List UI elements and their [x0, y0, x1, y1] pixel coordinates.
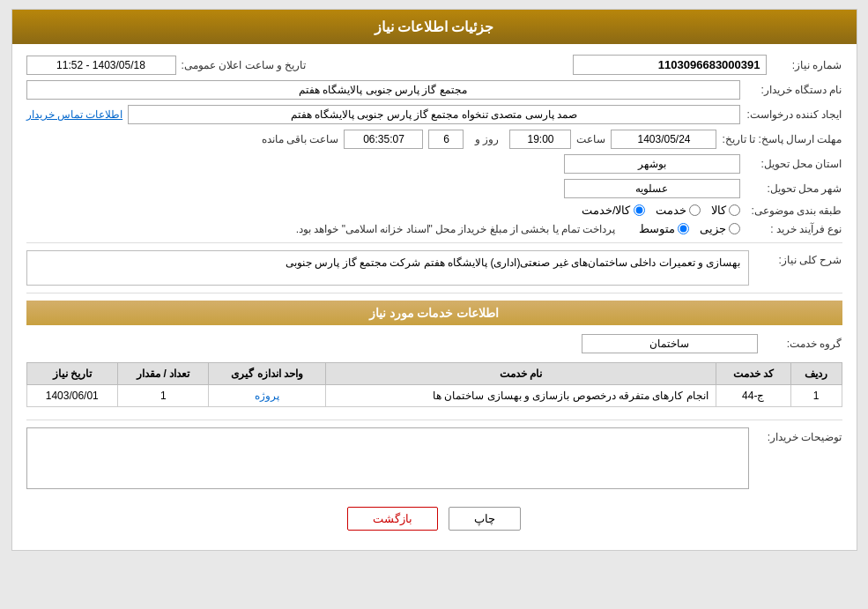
shomareNiaz-value: 1103096683000391 [573, 55, 767, 75]
print-button[interactable]: چاپ [449, 507, 521, 531]
col-vahed: واحد اندازه گیری [209, 363, 326, 385]
radio-khedmat-label: خدمت [656, 204, 686, 217]
tabaghe-radio-group: کالا خدمت کالا/خدمت [582, 204, 740, 217]
tarikh-val: 1403/05/24 [611, 130, 716, 149]
farayand-radio-group: جزیی متوسط [639, 222, 740, 235]
row-groh: گروه خدمت: ساختمان [26, 334, 842, 353]
table-body: 1 ج-44 انجام کارهای متفرقه درخصوص بازساز… [26, 385, 842, 407]
shahr-label: شهر محل تحویل: [746, 182, 842, 195]
page-title: جزئیات اطلاعات نیاز [375, 19, 494, 34]
radio-motaset-label: متوسط [639, 222, 675, 235]
radio-motaset-input[interactable] [678, 223, 689, 234]
tarikhSaat-label: تاریخ و ساعت اعلان عمومی: [182, 59, 307, 71]
tosif-textarea[interactable] [26, 427, 749, 489]
rooz-label: روز و [469, 133, 504, 145]
row-farayand: نوع فرآیند خرید : جزیی متوسط پرداخت تمام… [26, 222, 842, 235]
divider-2 [26, 293, 842, 293]
divider-3 [26, 420, 842, 420]
namDastgah-label: نام دستگاه خریدار: [746, 84, 842, 96]
page-header: جزئیات اطلاعات نیاز [12, 10, 857, 44]
ijad-label: ایجاد کننده درخواست: [746, 108, 842, 121]
row-tosif: توضیحات خریدار: [26, 427, 842, 489]
services-table-section: ردیف کد خدمت نام خدمت واحد اندازه گیری ت… [26, 362, 842, 407]
radio-kala-label: کالا [711, 204, 726, 217]
radio-khedmat: خدمت [656, 204, 701, 217]
row-mohlat: مهلت ارسال پاسخ: تا تاریخ: 1403/05/24 سا… [26, 130, 842, 149]
col-tedad: تعداد / مقدار [118, 363, 209, 385]
saat-label: ساعت [576, 133, 605, 145]
mohlat-label: مهلت ارسال پاسخ: تا تاریخ: [722, 133, 842, 145]
baghimande-label: ساعت باقی مانده [262, 133, 339, 145]
cell-kod: ج-44 [716, 385, 790, 407]
main-container: جزئیات اطلاعات نیاز شماره نیاز: 11030966… [11, 9, 857, 551]
col-kod: کد خدمت [716, 363, 790, 385]
ostan-label: استان محل تحویل: [746, 158, 842, 170]
ostan-value: بوشهر [564, 154, 740, 174]
cell-tedad: 1 [118, 385, 209, 407]
etelaatTamas-link[interactable]: اطلاعات تماس خریدار [26, 108, 123, 121]
tarikhSaat-value: 1403/05/18 - 11:52 [26, 56, 176, 75]
shahr-value: عسلویه [564, 179, 740, 198]
radio-kala: کالا [711, 204, 740, 217]
services-table: ردیف کد خدمت نام خدمت واحد اندازه گیری ت… [26, 362, 842, 407]
farayand-label: نوع فرآیند خرید : [746, 223, 842, 235]
payment-note: پرداخت تمام یا بخشی از مبلغ خریداز محل "… [296, 223, 616, 235]
row-tabaghe: طبقه بندی موضوعی: کالا خدمت کالا/خدمت [26, 204, 842, 217]
namDastgah-value: مجتمع گاز پارس جنوبی پالایشگاه هفتم [26, 80, 740, 100]
groh-label: گروه خدمت: [763, 338, 842, 350]
shomareNiaz-label: شماره نیاز: [772, 59, 842, 71]
sharh-label: شرح کلی نیاز: [754, 250, 842, 266]
row-ijad: ایجاد کننده درخواست: صمد پارسی متصدی تنخ… [26, 105, 842, 124]
radio-jozee-label: جزیی [700, 222, 726, 235]
col-nam: نام خدمت [325, 363, 716, 385]
radio-motaset: متوسط [639, 222, 689, 235]
cell-tarikh: 1403/06/01 [26, 385, 118, 407]
footer-buttons: چاپ بازگشت [26, 494, 842, 539]
rooz-val: 6 [428, 130, 464, 149]
cell-nam: انجام کارهای متفرقه درخصوص بازسازی و بهس… [325, 385, 716, 407]
saat-val: 19:00 [509, 130, 571, 149]
radio-kalaKhedmat-input[interactable] [634, 204, 645, 216]
radio-kalaKhedmat-label: کالا/خدمت [582, 204, 631, 217]
cell-radif: 1 [790, 385, 842, 407]
col-radif: ردیف [790, 363, 842, 385]
row-namdastgah: نام دستگاه خریدار: مجتمع گاز پارس جنوبی … [26, 80, 842, 100]
row-sharh: شرح کلی نیاز: بهسازی و تعمیرات داخلی ساخ… [26, 250, 842, 286]
radio-jozee-input[interactable] [729, 223, 740, 234]
sharh-value: بهسازی و تعمیرات داخلی ساختمان‌های غیر ص… [26, 250, 749, 286]
tabaghe-label: طبقه بندی موضوعی: [746, 204, 842, 217]
cell-vahed: پروژه [209, 385, 326, 407]
table-row: 1 ج-44 انجام کارهای متفرقه درخصوص بازساز… [26, 385, 842, 407]
baghimande-val: 06:35:07 [344, 130, 423, 149]
radio-kalaKhedmat: کالا/خدمت [582, 204, 645, 217]
groh-value: ساختمان [582, 334, 758, 353]
back-button[interactable]: بازگشت [347, 507, 438, 531]
content-area: شماره نیاز: 1103096683000391 تاریخ و ساع… [12, 44, 857, 550]
row-shomare: شماره نیاز: 1103096683000391 تاریخ و ساع… [26, 55, 842, 75]
ijad-value: صمد پارسی متصدی تنخواه مجتمع گاز پارس جن… [128, 105, 739, 124]
row-shahr: شهر محل تحویل: عسلویه [26, 179, 842, 198]
tosif-label: توضیحات خریدار: [754, 427, 842, 443]
radio-khedmat-input[interactable] [689, 204, 701, 216]
table-header-row: ردیف کد خدمت نام خدمت واحد اندازه گیری ت… [26, 363, 842, 385]
radio-kala-input[interactable] [729, 204, 740, 216]
divider-1 [26, 242, 842, 243]
col-tarikh: تاریخ نیاز [26, 363, 118, 385]
radio-jozee: جزیی [700, 222, 740, 235]
khadamat-section-title: اطلاعات خدمات مورد نیاز [26, 301, 842, 325]
row-ostan: استان محل تحویل: بوشهر [26, 154, 842, 174]
